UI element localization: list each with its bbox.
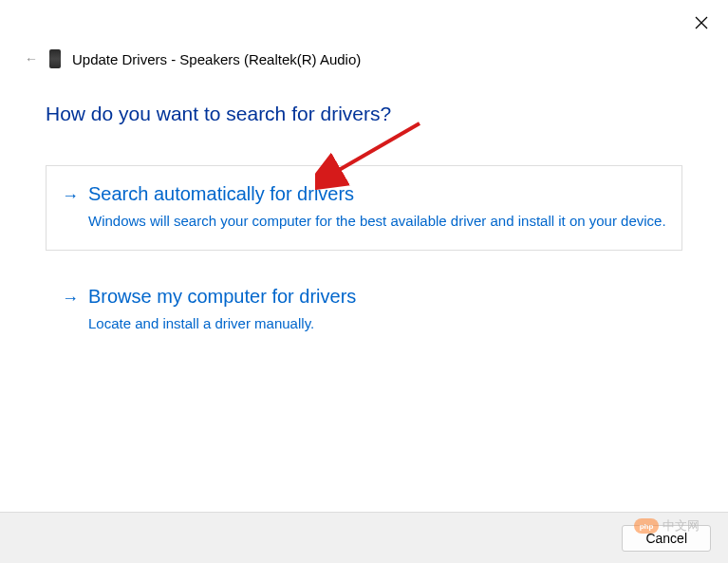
arrow-right-icon: → — [62, 286, 79, 310]
close-button[interactable] — [692, 13, 711, 32]
option-body: Browse my computer for drivers Locate an… — [88, 286, 666, 333]
dialog-content: How do you want to search for drivers? →… — [46, 103, 682, 370]
option-description: Windows will search your computer for th… — [88, 211, 666, 231]
arrow-right-icon: → — [62, 183, 79, 208]
page-heading: How do you want to search for drivers? — [46, 103, 682, 125]
option-search-automatically[interactable]: → Search automatically for drivers Windo… — [46, 165, 682, 251]
option-body: Search automatically for drivers Windows… — [88, 183, 666, 231]
close-icon — [695, 16, 708, 29]
dialog-header: ← Update Drivers - Speakers (Realtek(R) … — [25, 49, 361, 68]
bottom-bar: Cancel — [0, 512, 728, 563]
option-title: Browse my computer for drivers — [88, 286, 666, 308]
window-title: Update Drivers - Speakers (Realtek(R) Au… — [72, 51, 361, 67]
speaker-device-icon — [49, 49, 61, 68]
cancel-button[interactable]: Cancel — [622, 525, 711, 552]
option-title: Search automatically for drivers — [88, 183, 666, 205]
back-arrow-icon: ← — [25, 51, 38, 66]
option-browse-computer[interactable]: → Browse my computer for drivers Locate … — [46, 268, 682, 353]
option-description: Locate and install a driver manually. — [88, 313, 666, 333]
